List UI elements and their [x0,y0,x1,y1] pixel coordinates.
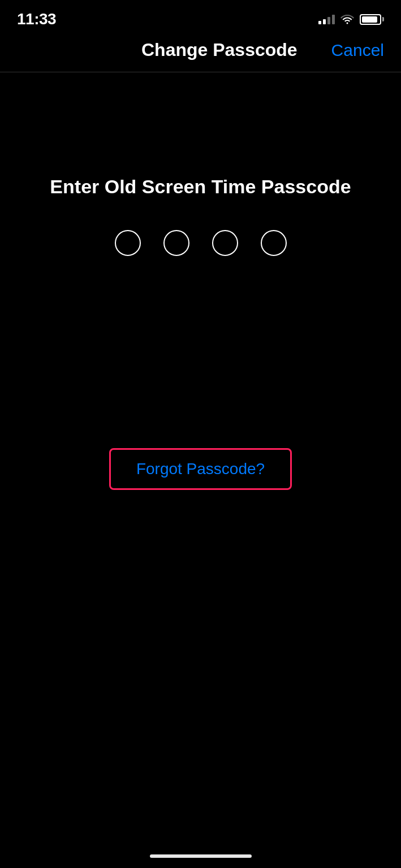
page-title: Change Passcode [62,40,377,60]
home-indicator [150,854,252,858]
battery-body [360,14,381,25]
battery-icon [360,14,384,25]
signal-bar-2 [323,19,326,24]
passcode-dot-4 [261,230,287,256]
cancel-button[interactable]: Cancel [331,41,384,60]
status-icons [318,14,384,25]
passcode-dot-2 [163,230,189,256]
battery-fill [362,16,377,23]
battery-tip [382,17,384,21]
passcode-dot-3 [212,230,238,256]
signal-bars-icon [318,14,335,24]
main-content: Enter Old Screen Time Passcode Forgot Pa… [0,72,401,490]
passcode-dot-1 [115,230,141,256]
wifi-icon [340,14,354,24]
forgot-passcode-button[interactable]: Forgot Passcode? [109,448,292,490]
status-time: 11:33 [17,10,56,28]
status-bar: 11:33 [0,0,401,31]
prompt-text: Enter Old Screen Time Passcode [27,174,373,199]
passcode-dots [115,230,287,256]
signal-bar-3 [327,17,330,24]
signal-bar-4 [332,15,335,24]
forgot-passcode-container: Forgot Passcode? [109,448,292,490]
navigation-bar: Change Passcode Cancel [0,31,401,72]
signal-bar-1 [318,21,321,24]
